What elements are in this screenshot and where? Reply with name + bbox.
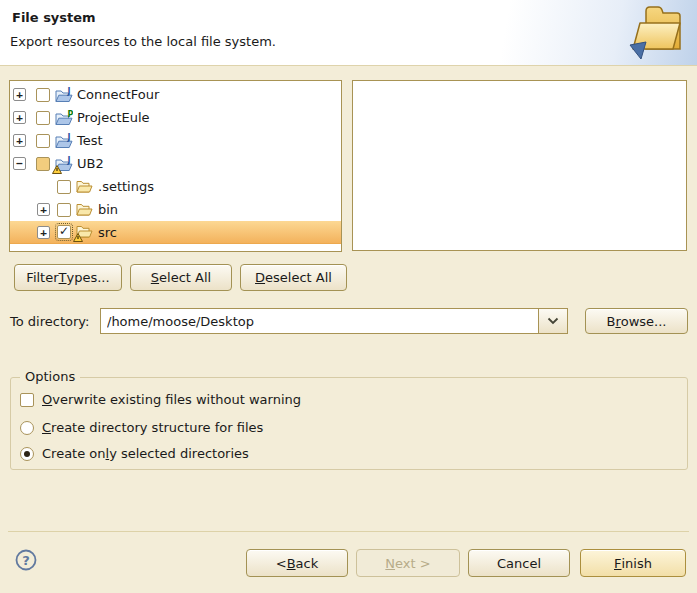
tree-row-test[interactable]: + J Test bbox=[10, 129, 341, 152]
warning-overlay-icon bbox=[73, 233, 83, 242]
tree-row-connectfour[interactable]: + J ConnectFour bbox=[10, 83, 341, 106]
svg-text:J: J bbox=[67, 156, 71, 165]
svg-text:J: J bbox=[67, 133, 71, 142]
option-directory-structure[interactable]: Create directory structure for files bbox=[20, 420, 263, 435]
checkbox-projecteule[interactable] bbox=[36, 111, 50, 125]
svg-text:?: ? bbox=[22, 553, 30, 568]
expand-icon[interactable]: + bbox=[13, 111, 26, 124]
wizard-header: File system Export resources to the loca… bbox=[0, 0, 697, 66]
tree-item-label: bin bbox=[98, 202, 118, 217]
next-button: Next > bbox=[356, 549, 460, 577]
combo-dropdown-button[interactable] bbox=[538, 309, 567, 333]
svg-text:P: P bbox=[68, 110, 74, 119]
chevron-down-icon bbox=[547, 317, 559, 325]
resource-tree[interactable]: + J ConnectFour + bbox=[9, 80, 342, 252]
svg-text:J: J bbox=[67, 87, 71, 96]
option-overwrite[interactable]: Overwrite existing files without warning bbox=[20, 392, 301, 407]
destination-input[interactable] bbox=[101, 309, 538, 333]
tree-row-settings[interactable]: .settings bbox=[10, 175, 341, 198]
checkbox-src-checked[interactable] bbox=[57, 225, 71, 239]
folder-warning-icon bbox=[76, 224, 94, 240]
to-directory-label: To directory: bbox=[10, 314, 89, 329]
expand-icon[interactable]: + bbox=[37, 203, 50, 216]
browse-button[interactable]: Browse... bbox=[585, 308, 688, 334]
checkbox-ub2-mixed[interactable] bbox=[36, 157, 50, 171]
export-folder-icon bbox=[626, 3, 690, 63]
java-project-folder-icon: J bbox=[55, 87, 73, 103]
tree-row-projecteule[interactable]: + P ProjectEule bbox=[10, 106, 341, 129]
tree-item-label: .settings bbox=[98, 179, 154, 194]
folder-icon bbox=[76, 202, 94, 218]
overwrite-checkbox[interactable] bbox=[20, 393, 34, 407]
tree-item-label: ConnectFour bbox=[77, 87, 159, 102]
tree-row-src-selected[interactable]: + src bbox=[10, 221, 341, 244]
expand-icon[interactable]: + bbox=[13, 88, 26, 101]
help-icon[interactable]: ? bbox=[14, 548, 38, 572]
tree-row-ub2[interactable]: − J UB2 bbox=[10, 152, 341, 175]
page-title: File system bbox=[12, 10, 96, 25]
tree-item-label: Test bbox=[77, 133, 103, 148]
java-project-folder-warning-icon: J bbox=[55, 156, 73, 172]
page-subtitle: Export resources to the local file syste… bbox=[10, 34, 276, 49]
options-group-title: Options bbox=[20, 369, 80, 384]
directory-structure-radio[interactable] bbox=[20, 421, 34, 435]
export-wizard-dialog: File system Export resources to the loca… bbox=[0, 0, 697, 593]
back-button[interactable]: < Back bbox=[246, 549, 348, 577]
destination-combo bbox=[100, 308, 568, 334]
tree-row-bin[interactable]: + bin bbox=[10, 198, 341, 221]
file-list-panel[interactable] bbox=[352, 80, 687, 251]
expand-icon[interactable]: + bbox=[37, 226, 50, 239]
footer-divider bbox=[8, 531, 689, 532]
collapse-icon[interactable]: − bbox=[13, 157, 26, 170]
finish-button[interactable]: Finish bbox=[580, 549, 686, 577]
tree-item-label: src bbox=[98, 225, 117, 240]
checkbox-connectfour[interactable] bbox=[36, 88, 50, 102]
tree-item-label: UB2 bbox=[77, 156, 104, 171]
select-all-button[interactable]: Select All bbox=[130, 264, 232, 291]
only-selected-radio[interactable] bbox=[20, 447, 34, 461]
checkbox-test[interactable] bbox=[36, 134, 50, 148]
project-folder-icon: P bbox=[55, 110, 73, 126]
deselect-all-button[interactable]: Deselect All bbox=[240, 264, 347, 291]
expand-icon[interactable]: + bbox=[13, 134, 26, 147]
java-project-folder-icon: J bbox=[55, 133, 73, 149]
option-only-selected[interactable]: Create only selected directories bbox=[20, 446, 249, 461]
checkbox-settings[interactable] bbox=[57, 180, 71, 194]
warning-overlay-icon bbox=[52, 165, 62, 174]
checkbox-bin[interactable] bbox=[57, 203, 71, 217]
folder-icon bbox=[76, 179, 94, 195]
tree-item-label: ProjectEule bbox=[77, 110, 150, 125]
cancel-button[interactable]: Cancel bbox=[468, 549, 570, 577]
filter-types-button[interactable]: Filter Types... bbox=[14, 264, 122, 291]
